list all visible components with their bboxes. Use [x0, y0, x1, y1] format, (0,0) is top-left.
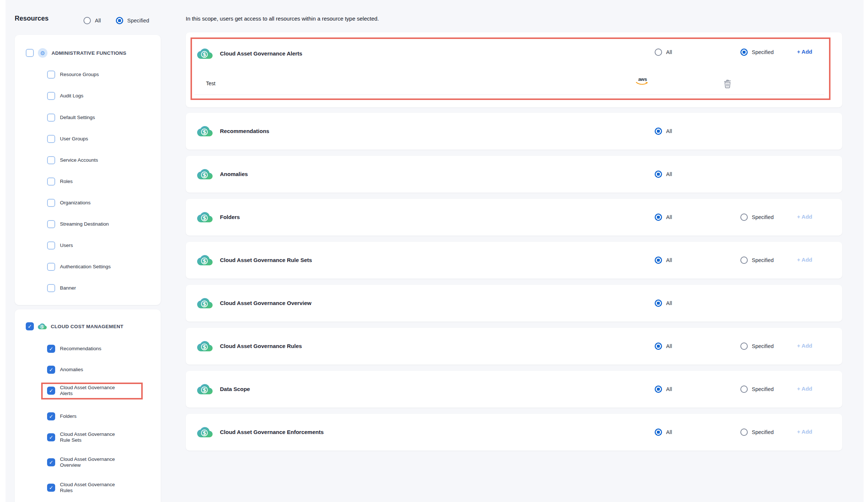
checkbox-checked[interactable]: ✓: [47, 484, 55, 492]
sidebar-item-recommendations[interactable]: ✓Recommendations: [47, 345, 102, 353]
resource-row-title: Cloud Asset Governance Overview: [220, 300, 312, 307]
radio-selected-icon[interactable]: [655, 128, 662, 135]
radio-selected-icon[interactable]: [655, 429, 662, 436]
radio-unselected-icon[interactable]: [740, 343, 748, 350]
checkbox-checked[interactable]: ✓: [47, 433, 55, 441]
sidebar-item-authentication-settings[interactable]: Authentication Settings: [47, 263, 111, 271]
checkbox-unchecked[interactable]: [47, 92, 55, 100]
admin-functions-checkbox[interactable]: [26, 49, 34, 57]
resource-row-title: Cloud Asset Governance Enforcements: [220, 429, 324, 436]
sidebar-item-resource-groups[interactable]: Resource Groups: [47, 71, 99, 79]
row-specified-label: Specified: [752, 429, 774, 435]
row-all-label: All: [666, 429, 672, 435]
cloud-dollar-icon: [197, 381, 213, 397]
highlight-box-sidebar-alerts: [41, 383, 143, 399]
sidebar-item-default-settings[interactable]: Default Settings: [47, 114, 95, 122]
checkbox-unchecked[interactable]: [47, 114, 55, 122]
checkbox-unchecked[interactable]: [47, 220, 55, 228]
checkbox-unchecked[interactable]: [47, 263, 55, 271]
resource-row-cag-overview: Cloud Asset Governance Overview All: [186, 285, 842, 322]
checkbox-unchecked[interactable]: [47, 284, 55, 292]
row-specified-label: Specified: [752, 257, 774, 263]
row-all-option[interactable]: All: [655, 386, 672, 393]
row-all-option[interactable]: All: [655, 300, 672, 307]
row-all-option[interactable]: All: [655, 214, 672, 221]
radio-selected-icon[interactable]: [655, 214, 662, 221]
cloud-dollar-icon: [197, 295, 213, 311]
row-all-option[interactable]: All: [655, 128, 672, 135]
sidebar-item-anomalies[interactable]: ✓Anomalies: [47, 366, 83, 374]
checkbox-checked[interactable]: ✓: [47, 458, 55, 466]
row-all-label: All: [666, 171, 672, 177]
sidebar-item-label: Banner: [60, 285, 76, 291]
sidebar-item-audit-logs[interactable]: Audit Logs: [47, 92, 83, 100]
cloud-dollar-icon: [197, 252, 213, 268]
sidebar-item-label: Audit Logs: [60, 93, 83, 99]
row-all-option[interactable]: All: [655, 343, 672, 350]
radio-selected-icon[interactable]: [655, 386, 662, 393]
row-specified-option[interactable]: Specified: [740, 214, 774, 221]
resource-row-folders: Folders All Specified + Add: [186, 199, 842, 236]
sidebar-item-roles[interactable]: Roles: [47, 178, 73, 186]
resource-row-title: Cloud Asset Governance Rule Sets: [220, 257, 312, 264]
row-all-option[interactable]: All: [655, 171, 672, 178]
row-specified-option[interactable]: Specified: [740, 429, 774, 436]
cloud-dollar-icon: [197, 123, 213, 139]
sidebar-item-cloud-asset-governance-rules[interactable]: ✓Cloud Asset Governance Rules: [47, 482, 119, 494]
checkbox-unchecked[interactable]: [47, 199, 55, 207]
row-specified-label: Specified: [752, 214, 774, 220]
resource-row-cag-rule-sets: Cloud Asset Governance Rule Sets All Spe…: [186, 242, 842, 279]
sidebar-item-label: Cloud Asset Governance Rule Sets: [60, 431, 119, 443]
resource-row-title: Cloud Asset Governance Rules: [220, 343, 302, 350]
sidebar-item-folders[interactable]: ✓Folders: [47, 412, 77, 420]
cloud-cost-management-checkbox[interactable]: ✓: [26, 322, 34, 330]
checkbox-unchecked[interactable]: [47, 178, 55, 186]
radio-selected-icon[interactable]: [655, 171, 662, 178]
group-header-admin-functions: ⚙ ADMINISTRATIVE FUNCTIONS: [26, 48, 126, 58]
radio-unselected-icon[interactable]: [740, 429, 748, 436]
checkbox-unchecked[interactable]: [47, 71, 55, 79]
sidebar-item-user-groups[interactable]: User Groups: [47, 135, 88, 143]
add-resource-button-disabled[interactable]: + Add: [797, 257, 812, 263]
row-specified-option[interactable]: Specified: [740, 386, 774, 393]
radio-selected-icon[interactable]: [116, 17, 123, 24]
row-all-label: All: [666, 214, 672, 220]
row-all-option[interactable]: All: [655, 257, 672, 264]
radio-unselected-icon[interactable]: [83, 17, 91, 24]
radio-selected-icon[interactable]: [655, 300, 662, 307]
add-resource-button-disabled[interactable]: + Add: [797, 429, 812, 435]
radio-selected-icon[interactable]: [655, 343, 662, 350]
row-all-option[interactable]: All: [655, 429, 672, 436]
add-resource-button-disabled[interactable]: + Add: [797, 214, 812, 220]
sidebar-item-label: Streaming Destination: [60, 221, 109, 227]
row-specified-option[interactable]: Specified: [740, 343, 774, 350]
checkbox-unchecked[interactable]: [47, 156, 55, 164]
checkbox-checked[interactable]: ✓: [47, 345, 55, 353]
row-specified-option[interactable]: Specified: [740, 257, 774, 264]
scope-description-text: In this scope, users get access to all r…: [186, 15, 379, 22]
sidebar-item-label: User Groups: [60, 136, 88, 142]
radio-unselected-icon[interactable]: [740, 257, 748, 264]
group-label: CLOUD COST MANAGEMENT: [51, 324, 124, 329]
checkbox-checked[interactable]: ✓: [47, 366, 55, 374]
checkbox-checked[interactable]: ✓: [47, 412, 55, 420]
sidebar-item-cloud-asset-governance-overview[interactable]: ✓Cloud Asset Governance Overview: [47, 456, 119, 468]
radio-selected-icon[interactable]: [655, 257, 662, 264]
admin-functions-group-card: ⚙ ADMINISTRATIVE FUNCTIONS Resource Grou…: [15, 35, 161, 305]
sidebar-item-banner[interactable]: Banner: [47, 284, 76, 292]
sidebar-item-streaming-destination[interactable]: Streaming Destination: [47, 220, 109, 228]
add-resource-button-disabled[interactable]: + Add: [797, 386, 812, 392]
sidebar-item-users[interactable]: Users: [47, 241, 73, 250]
row-all-label: All: [666, 257, 672, 263]
resources-scope-specified-option[interactable]: Specified: [116, 17, 149, 24]
radio-unselected-icon[interactable]: [740, 214, 748, 221]
resources-scope-all-option[interactable]: All: [83, 17, 101, 24]
sidebar-item-service-accounts[interactable]: Service Accounts: [47, 156, 98, 164]
sidebar-item-cloud-asset-governance-rule-sets[interactable]: ✓Cloud Asset Governance Rule Sets: [47, 431, 119, 443]
resources-scope-specified-label: Specified: [127, 18, 149, 24]
checkbox-unchecked[interactable]: [47, 241, 55, 250]
checkbox-unchecked[interactable]: [47, 135, 55, 143]
sidebar-item-organizations[interactable]: Organizations: [47, 199, 90, 207]
radio-unselected-icon[interactable]: [740, 386, 748, 393]
add-resource-button-disabled[interactable]: + Add: [797, 343, 812, 349]
